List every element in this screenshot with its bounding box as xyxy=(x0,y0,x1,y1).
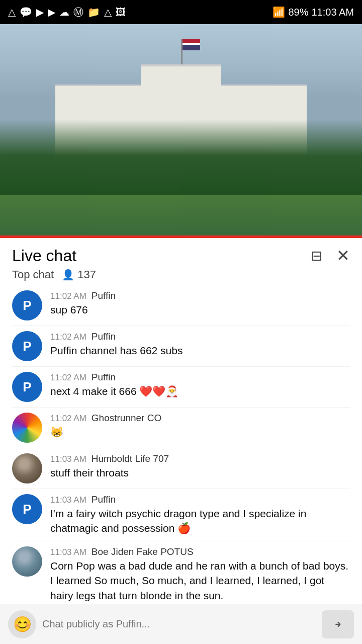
wifi-icon: 📶 xyxy=(273,6,285,18)
message-time: 11:02 AM xyxy=(50,373,86,383)
avatar: P xyxy=(12,290,42,320)
message-author: Puffin xyxy=(92,290,116,301)
chat-message: P 11:03 AM Puffin I'm a fairy witch psyc… xyxy=(0,489,362,541)
chat-message: P 11:02 AM Puffin Puffin channel has 662… xyxy=(0,326,362,366)
message-author: Puffin xyxy=(92,494,116,505)
chat-controls: ⊟ ✕ xyxy=(311,246,350,265)
message-meta: 11:02 AM Puffin xyxy=(50,290,350,301)
status-bar: △ 💬 ▶ ▶ ☁ Ⓜ 📁 △ 🖼 📶 89% 11:03 AM xyxy=(0,0,362,24)
folder-icon: 📁 xyxy=(87,6,100,18)
chat-sub-row: Top chat 👤 137 xyxy=(12,268,350,281)
message-content: 11:02 AM Puffin Puffin channel has 662 s… xyxy=(50,331,350,358)
youtube-icon: ▶ xyxy=(36,6,44,18)
alert-icon: △ xyxy=(8,6,16,18)
message-meta: 11:03 AM Puffin xyxy=(50,494,350,505)
flag xyxy=(183,39,200,50)
message-content: 11:02 AM Ghostrunner CO 😸 xyxy=(50,413,350,439)
close-button[interactable]: ✕ xyxy=(336,246,350,265)
message-author: Boe Jiden Fake POTUS xyxy=(92,546,194,557)
chat-message: 11:02 AM Ghostrunner CO 😸 xyxy=(0,408,362,448)
image-icon: 🖼 xyxy=(116,7,126,18)
avatar xyxy=(12,546,42,577)
chat-message: P 11:02 AM Puffin next 4 make it 666 ❤️❤… xyxy=(0,367,362,407)
message-text: Corn Pop was a bad dude and he ran with … xyxy=(50,558,350,603)
send-button[interactable] xyxy=(322,610,354,638)
message-time: 11:03 AM xyxy=(50,454,86,464)
message-meta: 11:03 AM Humboldt Life 707 xyxy=(50,453,350,464)
message-meta: 11:02 AM Puffin xyxy=(50,372,350,383)
message-text: sup 676 xyxy=(50,302,350,317)
play-icon: ▶ xyxy=(48,6,55,18)
message-author: Humboldt Life 707 xyxy=(92,453,169,464)
message-text: Puffin channel has 662 subs xyxy=(50,343,350,358)
message-time: 11:02 AM xyxy=(50,291,86,301)
chat-input-bar: 😊 xyxy=(0,604,362,644)
message-text: stuff their throats xyxy=(50,465,350,480)
avatar xyxy=(12,413,42,443)
chat-messages-list: P 11:02 AM Puffin sup 676 P 11:02 AM Puf… xyxy=(0,285,362,612)
message-content: 11:03 AM Puffin I'm a fairy witch psychi… xyxy=(50,494,350,536)
chat-message: 11:03 AM Boe Jiden Fake POTUS Corn Pop w… xyxy=(0,541,362,608)
chat-title: Live chat xyxy=(12,247,76,265)
filter-icon[interactable]: ⊟ xyxy=(311,248,322,264)
chat-message: P 11:02 AM Puffin sup 676 xyxy=(0,285,362,326)
avatar: P xyxy=(12,331,42,361)
person-icon: 👤 xyxy=(62,269,74,281)
message-time: 11:02 AM xyxy=(50,414,86,424)
message-content: 11:03 AM Boe Jiden Fake POTUS Corn Pop w… xyxy=(50,546,350,603)
message-meta: 11:03 AM Boe Jiden Fake POTUS xyxy=(50,546,350,557)
message-content: 11:02 AM Puffin next 4 make it 666 ❤️❤️🎅 xyxy=(50,372,350,398)
message-meta: 11:02 AM Puffin xyxy=(50,331,350,342)
avatar: P xyxy=(12,494,42,524)
status-icons: △ 💬 ▶ ▶ ☁ Ⓜ 📁 △ 🖼 xyxy=(8,6,126,19)
avatar xyxy=(12,453,42,484)
chat-message: 11:03 AM Humboldt Life 707 stuff their t… xyxy=(0,448,362,489)
chat-title-row: Live chat ⊟ ✕ xyxy=(12,246,350,265)
emoji-button[interactable]: 😊 xyxy=(8,610,36,638)
message-author: Puffin xyxy=(92,331,116,342)
chat-input[interactable] xyxy=(42,610,316,638)
avatar: P xyxy=(12,372,42,402)
message-content: 11:02 AM Puffin sup 676 xyxy=(50,290,350,317)
status-right-area: 📶 89% 11:03 AM xyxy=(273,6,354,18)
message-icon: 💬 xyxy=(20,6,32,18)
message-author: Puffin xyxy=(92,372,116,383)
message-time: 11:03 AM xyxy=(50,547,86,557)
viewer-count-number: 137 xyxy=(77,268,96,281)
message-time: 11:02 AM xyxy=(50,332,86,342)
message-text: 😸 xyxy=(50,425,350,439)
battery-text: 89% xyxy=(288,7,308,18)
video-player[interactable] xyxy=(0,24,362,235)
alert2-icon: △ xyxy=(104,6,112,18)
chat-header: Live chat ⊟ ✕ Top chat 👤 137 xyxy=(0,238,362,285)
mastodon-icon: Ⓜ xyxy=(73,6,83,19)
message-text: next 4 make it 666 ❤️❤️🎅 xyxy=(50,384,350,398)
top-chat-label: Top chat xyxy=(12,268,54,281)
cloud-icon: ☁ xyxy=(59,6,69,18)
viewer-count: 👤 137 xyxy=(62,268,96,281)
time-text: 11:03 AM xyxy=(311,7,354,18)
ground xyxy=(0,195,362,235)
message-time: 11:03 AM xyxy=(50,495,86,505)
message-content: 11:03 AM Humboldt Life 707 stuff their t… xyxy=(50,453,350,480)
message-author: Ghostrunner CO xyxy=(92,413,161,424)
message-text: I'm a fairy witch psychic dragon type an… xyxy=(50,506,350,536)
message-meta: 11:02 AM Ghostrunner CO xyxy=(50,413,350,424)
